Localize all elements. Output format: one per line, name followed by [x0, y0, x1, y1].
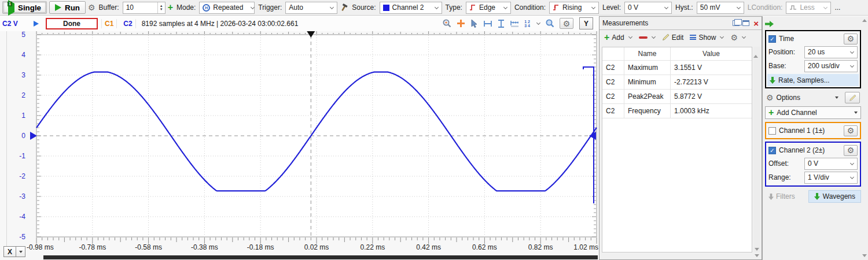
x-axis-button[interactable]: X [3, 246, 25, 257]
trigger-label: Trigger: [257, 3, 283, 12]
chevron-down-icon[interactable] [536, 21, 540, 25]
hysteresis-dropdown[interactable]: 50 mV [697, 2, 744, 14]
pointer-cursor-icon[interactable] [470, 19, 479, 28]
level-dropdown[interactable]: 0 V [624, 2, 672, 14]
quad-view-icon[interactable]: 1 23 4 [524, 20, 530, 28]
measurement-name: Maximum [624, 61, 671, 75]
range-dropdown[interactable]: 1 V/div [804, 172, 858, 184]
add-channel-dropdown[interactable]: + Add Channel [765, 106, 861, 119]
scroll-up-icon[interactable] [753, 47, 758, 58]
minus-icon [639, 36, 648, 39]
position-dropdown[interactable]: 20 us [804, 46, 858, 58]
expand-arrow-icon[interactable] [34, 21, 39, 27]
add-cursor-icon[interactable] [457, 19, 465, 28]
scope-status-strip: C2 V Done C1 C2 8192 samples at 4 MHz | … [0, 16, 599, 31]
run-button[interactable]: Run [49, 1, 86, 14]
base-value: 200 us/div [808, 62, 840, 70]
type-dropdown[interactable]: Edge [466, 2, 511, 14]
gear-icon[interactable]: ⚙ [88, 3, 95, 12]
measurements-table: Name Value C2Maximum3.1551 VC2Minimum-2.… [602, 47, 752, 252]
y-tick-label: 4 [21, 51, 25, 59]
trigger-tool-icon[interactable] [340, 3, 348, 12]
edit-options-button[interactable] [845, 92, 860, 103]
plot-settings-button[interactable]: ⚙ [560, 18, 573, 29]
x-tick-label: -0.18 ms [247, 243, 274, 251]
measurement-name: Frequency [624, 104, 671, 118]
channel2-color-icon [383, 5, 389, 11]
sidebar-scroll-up-icon[interactable] [862, 19, 867, 22]
measurement-row[interactable]: C2Frequency1.0003 kHz [602, 104, 752, 118]
edit-measurement-button[interactable]: Edit [660, 32, 686, 43]
trigger-dropdown[interactable]: Auto [285, 2, 337, 14]
tab-channel2[interactable]: C2 [120, 19, 135, 28]
options-caret-icon[interactable] [835, 96, 838, 99]
channel2-group: ✓ Channel 2 (2±) ⚙ Offset: 0 V Range: 1 … [765, 142, 861, 187]
single-button[interactable]: 1 Single [2, 1, 47, 14]
close-icon[interactable]: × [753, 19, 759, 28]
horizontal-cursor-icon[interactable] [483, 20, 492, 28]
y-axis-channel-label[interactable]: C2 V [2, 20, 22, 28]
measurements-toolbar: +Add Edit Show ⚙ [599, 30, 762, 44]
measurement-value: 1.0003 kHz [671, 104, 752, 118]
measurement-row[interactable]: C2Minimum-2.72213 V [602, 75, 752, 90]
measurements-scrollbar[interactable] [753, 47, 760, 252]
scope-plot[interactable]: 543210-1-2-3-4-5-0.98 ms-0.78 ms-0.58 ms… [0, 31, 599, 260]
wavegens-button[interactable]: Wavegens [808, 190, 861, 203]
filters-button[interactable]: Filters [765, 191, 799, 202]
add-measurement-button[interactable]: +Add [602, 32, 635, 43]
spinner-arrows-icon[interactable]: ▲▼ [157, 2, 165, 13]
float-window-icon[interactable] [733, 20, 740, 26]
ruler-icon[interactable] [510, 20, 520, 28]
tab-channel1[interactable]: C1 [101, 19, 117, 28]
measurements-titlebar[interactable]: Measurements × [599, 17, 762, 30]
x-tick-label: -0.38 ms [191, 243, 218, 251]
position-label: Position: [768, 48, 802, 56]
mode-label: Mode: [175, 3, 197, 12]
channel2-settings-button[interactable]: ⚙ [844, 145, 858, 156]
y-axis-button[interactable]: Y [579, 17, 593, 29]
channel2-checkbox[interactable]: ✓ [768, 147, 776, 154]
measurement-name: Peak2Peak [624, 90, 671, 103]
mode-dropdown[interactable]: H Repeated [199, 2, 255, 14]
time-settings-button[interactable]: ⚙ [844, 34, 858, 44]
measurement-row[interactable]: C2Peak2Peak5.8772 V [602, 90, 752, 104]
time-checkbox[interactable]: ✓ [768, 35, 776, 43]
time-title: Time [779, 35, 794, 43]
source-dropdown[interactable]: Channel 2 [380, 2, 442, 14]
vertical-cursor-icon[interactable] [497, 19, 505, 28]
offset-dropdown[interactable]: 0 V [804, 158, 858, 170]
condition-label: Condition: [513, 3, 547, 12]
measurements-scroll-down-icon[interactable] [755, 254, 759, 257]
scope-sidebar: ✓ Time ⚙ Position: 20 us Base: 200 us/di… [762, 16, 868, 260]
channel1-checkbox[interactable] [768, 127, 776, 135]
toolbar-overflow[interactable]: ... [833, 3, 841, 12]
condition-dropdown[interactable]: Rising [549, 2, 599, 14]
undock-arrow-icon[interactable] [765, 21, 774, 27]
lcondition-label: LCondition: [746, 3, 784, 12]
position-value: 20 us [808, 48, 825, 56]
magnifier-info-icon[interactable] [442, 18, 452, 28]
buffer-position-bar[interactable] [43, 255, 598, 259]
gear-icon: ⚙ [766, 94, 774, 102]
y-tick-label: -4 [19, 213, 25, 221]
buffer-spinner[interactable]: 10 ▲▼ [123, 2, 165, 14]
measurements-settings-button[interactable]: ⚙ [728, 32, 748, 43]
remove-measurement-button[interactable] [637, 34, 658, 40]
maximize-window-icon[interactable] [742, 20, 749, 26]
base-label: Base: [768, 62, 802, 70]
sidebar-scroll-down-icon[interactable] [862, 254, 867, 257]
show-measurement-button[interactable]: Show [687, 32, 726, 43]
scroll-down-icon[interactable] [755, 248, 759, 251]
show-label: Show [698, 34, 716, 42]
base-dropdown[interactable]: 200 us/div [804, 60, 858, 72]
mode-value: Repeated [213, 3, 243, 12]
measurement-row[interactable]: C2Maximum3.1551 V [602, 61, 752, 75]
lcondition-dropdown[interactable]: Less [786, 2, 831, 14]
repeated-mode-icon: H [203, 4, 210, 12]
rate-samples-button[interactable]: Rate, Samples... [767, 74, 859, 86]
add-buffer-icon[interactable]: + [168, 3, 173, 12]
plot-tools: 1 23 4 ⚙ Y [442, 17, 595, 29]
zoom-icon[interactable] [545, 18, 555, 28]
options-label[interactable]: Options [777, 94, 800, 102]
channel1-settings-button[interactable]: ⚙ [844, 125, 858, 136]
